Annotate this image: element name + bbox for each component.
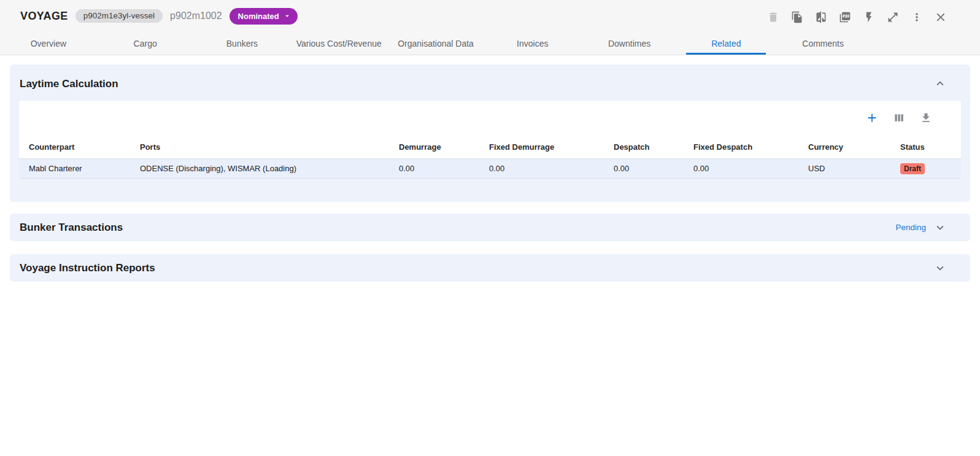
related-tab-content: Laytime Calculation Counterpart Ports [0, 55, 980, 282]
column-header-fixed-demurrage: Fixed Demurrage [489, 142, 614, 152]
tab-various-cost-revenue[interactable]: Various Cost/Revenue [290, 32, 387, 55]
voyage-instruction-reports-title: Voyage Instruction Reports [20, 262, 155, 274]
voyage-id: p902m1002 [170, 10, 222, 21]
cell-demurrage: 0.00 [399, 164, 489, 173]
voyage-tabs: Overview Cargo Bunkers Various Cost/Reve… [0, 32, 871, 55]
voyage-header: VOYAGE p902m1e3yl-vessel p902m1002 Nomin… [0, 0, 980, 55]
column-header-counterpart: Counterpart [29, 142, 140, 152]
laytime-section-title: Laytime Calculation [20, 78, 960, 90]
cell-counterpart: Mabl Charterer [29, 164, 140, 173]
copy-icon[interactable] [790, 10, 804, 25]
bunker-transactions-title: Bunker Transactions [20, 222, 123, 234]
bunker-pending-link[interactable]: Pending [895, 223, 926, 232]
voyage-status-dropdown[interactable]: Nominated [230, 8, 298, 25]
status-badge: Draft [900, 163, 925, 174]
close-icon[interactable] [933, 10, 948, 25]
column-header-despatch: Despatch [614, 142, 693, 152]
tab-invoices[interactable]: Invoices [484, 32, 581, 55]
column-header-ports: Ports [140, 142, 399, 152]
voyage-instruction-reports-section: Voyage Instruction Reports [10, 254, 970, 282]
chevron-up-icon[interactable] [933, 77, 947, 90]
title-row: VOYAGE p902m1e3yl-vessel p902m1002 Nomin… [0, 0, 980, 32]
chevron-down-icon[interactable] [933, 261, 947, 275]
tab-overview[interactable]: Overview [0, 32, 97, 55]
pdf-export-icon[interactable] [838, 10, 852, 25]
more-options-icon[interactable] [909, 10, 924, 25]
page-title: VOYAGE [20, 10, 68, 23]
vessel-tag-chip: p902m1e3yl-vessel [75, 9, 163, 23]
laytime-section-header: Laytime Calculation [10, 64, 970, 101]
tab-cargo[interactable]: Cargo [97, 32, 194, 55]
cell-fixed-despatch: 0.00 [693, 164, 808, 173]
dropdown-caret-icon [283, 12, 291, 20]
expand-icon[interactable] [885, 10, 900, 25]
columns-icon[interactable] [892, 111, 906, 125]
compare-icon[interactable] [814, 10, 828, 25]
laytime-table-card: Counterpart Ports Demurrage Fixed Demurr… [19, 101, 961, 179]
laytime-table-toolbar [19, 101, 961, 135]
cell-despatch: 0.00 [614, 164, 693, 173]
column-header-fixed-despatch: Fixed Despatch [693, 142, 808, 152]
download-icon[interactable] [919, 111, 933, 125]
column-header-demurrage: Demurrage [399, 142, 489, 152]
tab-bunkers[interactable]: Bunkers [194, 32, 291, 55]
tab-downtimes[interactable]: Downtimes [581, 32, 678, 55]
laytime-table-row[interactable]: Mabl Charterer ODENSE (Discharging), WIS… [19, 159, 961, 179]
tab-related[interactable]: Related [677, 32, 774, 55]
cell-currency: USD [808, 164, 900, 173]
quick-actions-icon[interactable] [862, 10, 876, 25]
tab-organisational-data[interactable]: Organisational Data [387, 32, 484, 55]
column-header-currency: Currency [808, 142, 900, 152]
tab-comments[interactable]: Comments [774, 32, 871, 55]
delete-icon[interactable] [766, 10, 781, 25]
header-actions [766, 10, 948, 25]
column-header-status: Status [900, 142, 951, 152]
bunker-transactions-section: Bunker Transactions Pending [10, 214, 970, 241]
add-icon[interactable] [865, 111, 879, 125]
cell-ports: ODENSE (Discharging), WISMAR (Loading) [140, 164, 399, 173]
laytime-table-header: Counterpart Ports Demurrage Fixed Demurr… [19, 135, 961, 159]
laytime-calculation-section: Laytime Calculation Counterpart Ports [10, 64, 970, 202]
cell-fixed-demurrage: 0.00 [489, 164, 614, 173]
chevron-down-icon[interactable] [933, 221, 947, 234]
cell-status: Draft [900, 163, 951, 174]
voyage-status-label: Nominated [238, 12, 279, 21]
